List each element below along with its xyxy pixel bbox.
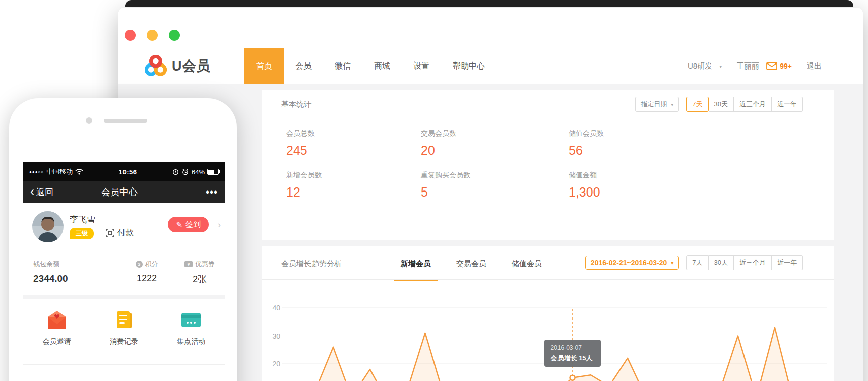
menu-item-members[interactable]: 会员 (284, 48, 323, 84)
tab-stored-members[interactable]: 储值会员 (505, 246, 549, 280)
range-7d-button[interactable]: 7天 (686, 255, 708, 270)
phone-screen: ●●●○○ 中国移动 10:56 64% (23, 162, 225, 381)
range-3m-button[interactable]: 近三个月 (734, 97, 772, 112)
pen-icon: ✎ (176, 220, 182, 229)
divider (729, 61, 729, 71)
window-top-edge (125, 0, 853, 7)
basic-stats-card: 基本统计 指定日期 ▾ 7天 30天 近三个月 近一年 (262, 90, 834, 240)
marketing-screenshot: U会员 首页 会员 微信 商城 设置 帮助中心 U8研发 ▾ 王丽丽 (0, 0, 868, 381)
phone-status-bar: ●●●○○ 中国移动 10:56 64% (23, 162, 225, 181)
stats-date-controls: 指定日期 ▾ 7天 30天 近三个月 近一年 (635, 97, 803, 112)
main-menu: 首页 会员 微信 商城 设置 帮助中心 (244, 48, 497, 84)
stat-stored-value-members: 储值会员数 56 (569, 129, 735, 158)
range-30d-button[interactable]: 30天 (709, 97, 734, 112)
stat-repeat-buyers: 重复购买会员数 5 (421, 171, 569, 200)
minimize-window-button[interactable] (147, 30, 158, 41)
chart-tooltip: 2016-03-07 会员增长 15人 (544, 340, 601, 367)
menu-item-mall[interactable]: 商城 (362, 48, 402, 84)
mail-badge: 99+ (780, 62, 792, 70)
svg-text:30: 30 (272, 332, 280, 340)
avatar[interactable] (32, 211, 64, 242)
svg-text:40: 40 (272, 304, 280, 312)
more-menu-icon[interactable]: ••• (206, 186, 218, 198)
chevron-right-icon: › (218, 220, 221, 230)
orientation-lock-icon (172, 169, 179, 175)
menu-item-home[interactable]: 首页 (244, 48, 284, 84)
wallet-coupons[interactable]: ¥ 优惠券 2张 (174, 251, 225, 295)
tooltip-value: 会员增长 15人 (551, 354, 601, 363)
account-area: U8研发 ▾ 王丽丽 99+ 退出 (688, 48, 822, 84)
action-invite[interactable]: 会员邀请 (23, 299, 90, 364)
chevron-down-icon: ▾ (671, 102, 673, 107)
carrier-label: 中国移动 (46, 167, 73, 176)
close-window-button[interactable] (125, 30, 136, 41)
phone-mockup: ●●●○○ 中国移动 10:56 64% (9, 98, 237, 381)
chevron-down-icon: ▾ (671, 260, 673, 266)
tab-new-members[interactable]: 新增会员 (394, 246, 438, 281)
trend-range-group: 7天 30天 近三个月 近一年 (686, 255, 803, 270)
main-navbar: U会员 首页 会员 微信 商城 设置 帮助中心 U8研发 ▾ 王丽丽 (118, 48, 863, 84)
scan-pay-icon (106, 229, 114, 237)
divider (100, 229, 100, 237)
zoom-window-button[interactable] (169, 30, 180, 41)
range-30d-button[interactable]: 30天 (709, 255, 734, 270)
action-history[interactable]: 消费记录 (90, 299, 157, 364)
logout-button[interactable]: 退出 (807, 61, 822, 71)
clock-label: 10:56 (83, 168, 172, 176)
chevron-down-icon: ▾ (719, 64, 722, 69)
range-1y-button[interactable]: 近一年 (772, 255, 803, 270)
checkin-button[interactable]: ✎ 签到 (168, 217, 209, 232)
logo-text: U会员 (172, 57, 211, 75)
wallet-points[interactable]: S 积分 1222 (119, 251, 174, 295)
battery-icon (207, 169, 219, 175)
points-icon: S (136, 261, 143, 268)
phone-speaker (104, 119, 147, 123)
wallet-balance[interactable]: 钱包余额 2344.00 (33, 251, 119, 295)
mail-icon (766, 62, 777, 70)
stat-trading-members: 交易会员数 20 (421, 129, 569, 158)
signal-strength-icon: ●●●○○ (29, 170, 44, 174)
range-7d-button[interactable]: 7天 (686, 97, 708, 112)
range-3m-button[interactable]: 近三个月 (734, 255, 772, 270)
stat-stored-amount: 储值金额 1,300 (569, 171, 735, 200)
svg-text:20: 20 (272, 360, 280, 368)
wallet-section: 钱包余额 2344.00 S 积分 1222 ¥ 优惠券 2张 (23, 251, 225, 299)
org-selector[interactable]: U8研发 (688, 61, 712, 71)
divider (799, 61, 799, 71)
stats-grid: 会员总数 245 交易会员数 20 储值会员数 56 新增会员数 12 (286, 129, 735, 200)
quick-actions: 会员邀请 消费记录 (23, 299, 225, 365)
alarm-icon (182, 169, 189, 175)
action-points-activity[interactable]: 集点活动 (158, 299, 225, 364)
tab-trading-members[interactable]: 交易会员 (449, 246, 493, 280)
date-range-dropdown[interactable]: 2016-02-21~2016-03-20 ▾ (585, 256, 679, 270)
points-card-icon (179, 310, 203, 330)
profile-section: 李飞雪 三级 付款 ✎ 签到 › (23, 203, 225, 251)
custom-date-dropdown[interactable]: 指定日期 ▾ (635, 97, 679, 112)
pay-button[interactable]: 付款 (106, 228, 134, 238)
growth-trend-card: 403020 2016-03-07 会员增长 15人 会员增长趋势分析 新增会员… (262, 246, 834, 381)
records-doc-icon (114, 310, 134, 330)
range-1y-button[interactable]: 近一年 (772, 97, 803, 112)
stat-total-members: 会员总数 245 (286, 129, 421, 158)
logo-knot-icon (145, 55, 167, 77)
basic-stats-title: 基本统计 (281, 100, 312, 109)
app-logo[interactable]: U会员 (145, 55, 230, 77)
trend-tabs: 新增会员 交易会员 储值会员 (388, 246, 554, 280)
browser-titlebar (118, 8, 863, 48)
menu-item-settings[interactable]: 设置 (402, 48, 441, 84)
trend-date-controls: 2016-02-21~2016-03-20 ▾ 7天 30天 近三个月 近一年 (585, 255, 803, 270)
wifi-icon (75, 169, 83, 175)
phone-navbar: ‹ 返回 会员中心 ••• (23, 181, 225, 203)
messages-link[interactable]: 99+ (766, 62, 792, 70)
tooltip-date: 2016-03-07 (551, 344, 601, 351)
battery-percent: 64% (192, 168, 205, 176)
menu-item-help[interactable]: 帮助中心 (441, 48, 497, 84)
stats-range-group: 7天 30天 近三个月 近一年 (686, 97, 803, 112)
stat-new-members: 新增会员数 12 (286, 171, 421, 200)
menu-item-wechat[interactable]: 微信 (323, 48, 362, 84)
invite-envelope-icon (45, 310, 69, 330)
phone-page-title: 会员中心 (33, 186, 206, 198)
phone-camera (86, 117, 92, 124)
user-name[interactable]: 王丽丽 (736, 61, 759, 71)
trend-title: 会员增长趋势分析 (281, 259, 342, 269)
